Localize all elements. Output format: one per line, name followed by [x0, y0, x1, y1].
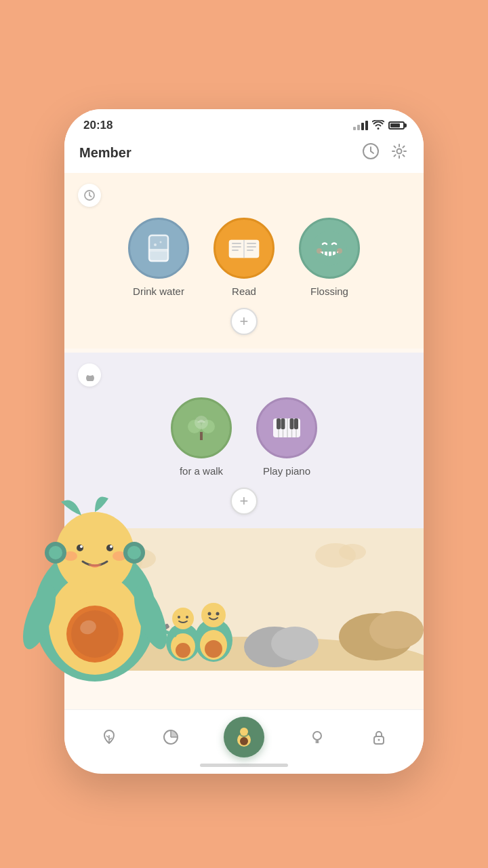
morning-section-icon [78, 184, 101, 207]
status-icons [353, 120, 405, 132]
walk-label: for a walk [180, 465, 223, 477]
habit-walk[interactable]: for a walk [164, 397, 239, 477]
piano-label: Play piano [263, 465, 310, 477]
nav-ideas[interactable] [308, 728, 326, 746]
svg-point-41 [271, 627, 319, 660]
svg-rect-12 [232, 250, 239, 251]
svg-point-22 [337, 248, 342, 254]
svg-point-60 [186, 616, 188, 618]
svg-point-59 [178, 616, 180, 618]
evening-add-button[interactable]: + [230, 488, 258, 515]
svg-rect-11 [232, 246, 241, 248]
svg-point-88 [80, 545, 83, 548]
nav-lock[interactable] [370, 728, 388, 746]
svg-point-79 [378, 738, 380, 741]
svg-point-52 [208, 612, 211, 616]
svg-point-21 [317, 248, 322, 254]
avocado-character [20, 488, 169, 692]
svg-point-87 [106, 545, 113, 551]
svg-rect-10 [232, 243, 241, 244]
battery-icon [388, 121, 405, 130]
svg-rect-37 [294, 418, 298, 429]
habit-piano[interactable]: Play piano [249, 397, 324, 477]
floss-icon-circle [299, 218, 360, 279]
svg-rect-36 [290, 418, 294, 429]
piano-icon-circle [256, 397, 317, 458]
app-header: Member [64, 138, 424, 173]
habit-drink-water[interactable]: Drink water [121, 218, 196, 297]
svg-point-6 [154, 243, 157, 246]
svg-point-58 [172, 608, 194, 629]
svg-point-7 [160, 241, 162, 243]
svg-point-47 [339, 544, 366, 560]
bottom-nav [64, 709, 424, 764]
svg-rect-15 [247, 250, 253, 251]
signal-icon [353, 121, 368, 130]
svg-point-51 [201, 603, 226, 627]
settings-icon[interactable] [390, 142, 409, 163]
svg-point-86 [77, 545, 83, 551]
home-indicator [200, 764, 288, 767]
svg-point-57 [176, 643, 190, 658]
evening-section-icon [78, 363, 101, 387]
morning-routine-section: Drink water [64, 173, 424, 349]
svg-point-89 [110, 545, 113, 548]
read-label: Read [232, 285, 256, 297]
svg-rect-35 [281, 418, 285, 429]
svg-point-71 [240, 737, 248, 745]
drink-water-icon-circle [128, 218, 189, 279]
nav-stats[interactable] [162, 728, 180, 746]
app-header-title: Member [79, 145, 131, 161]
nav-home-button[interactable] [224, 717, 264, 757]
svg-rect-26 [200, 432, 203, 440]
header-icons [361, 142, 409, 163]
history-icon[interactable] [361, 142, 380, 163]
nav-home[interactable] [224, 717, 264, 757]
evening-habits-row: for a walk [78, 397, 410, 477]
svg-rect-14 [247, 246, 256, 248]
svg-point-95 [127, 546, 141, 559]
wifi-icon [372, 120, 384, 132]
habit-flossing[interactable]: Flossing [292, 218, 367, 297]
svg-point-93 [49, 546, 62, 559]
nav-habits[interactable] [100, 728, 118, 746]
morning-habits-row: Drink water [78, 218, 410, 297]
drink-water-label: Drink water [133, 285, 184, 297]
svg-point-53 [216, 612, 220, 616]
svg-point-16 [312, 231, 347, 266]
habit-read[interactable]: Read [207, 218, 281, 297]
svg-point-50 [205, 640, 222, 658]
read-icon-circle [214, 218, 274, 279]
walk-icon-circle [171, 397, 232, 458]
svg-point-43 [369, 611, 424, 649]
floss-label: Flossing [310, 285, 348, 297]
status-bar: 20:18 [64, 109, 424, 138]
svg-rect-13 [247, 243, 256, 244]
svg-point-1 [397, 149, 402, 154]
svg-point-74 [313, 732, 321, 740]
morning-add-button[interactable]: + [230, 308, 258, 335]
status-time: 20:18 [83, 119, 113, 132]
svg-point-73 [240, 728, 248, 736]
svg-point-83 [71, 610, 119, 658]
svg-rect-5 [149, 249, 168, 252]
svg-rect-34 [277, 418, 281, 429]
